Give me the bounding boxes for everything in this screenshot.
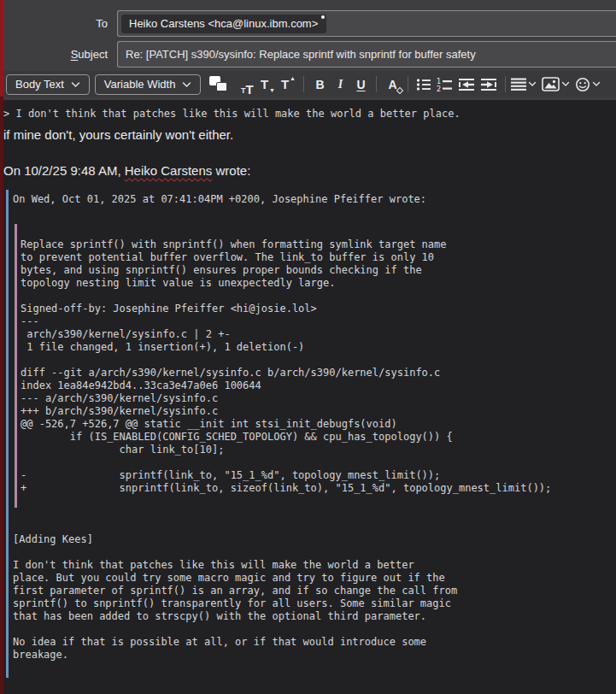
font-select[interactable]: Variable Width (95, 74, 202, 95)
chevron-down-icon (561, 81, 570, 87)
compose-header: To Heiko Carstens <hca@linux.ibm.com> Su… (0, 0, 616, 100)
attribution-line: On 10/2/25 9:48 AM, Heiko Carstens wrote… (3, 162, 611, 179)
compose-window: To Heiko Carstens <hca@linux.ibm.com> Su… (0, 0, 616, 694)
outdent-button[interactable] (455, 74, 478, 96)
quoted-message: On Wed, Oct 01, 2025 at 07:41:04PM +0200… (6, 190, 611, 678)
svg-text:2: 2 (437, 85, 441, 91)
to-field[interactable]: Heiko Carstens <hca@linux.ibm.com> (117, 10, 616, 37)
toolbar-separator (505, 76, 506, 92)
misspelled-word: Heiko Carstens (125, 163, 213, 178)
quote-intro: On Wed, Oct 01, 2025 at 07:41:04PM +0200… (13, 193, 611, 219)
to-row: To Heiko Carstens <hca@linux.ibm.com> (0, 0, 616, 37)
remove-formatting-button[interactable]: A (382, 74, 402, 96)
numbered-list-icon: 1 2 (437, 78, 453, 91)
chevron-down-icon (71, 81, 80, 88)
italic-button[interactable]: I (330, 74, 350, 96)
patch-text: Replace sprintf() with snprintf() when f… (21, 226, 611, 508)
subject-value: Re: [PATCH] s390/sysinfo: Replace sprint… (126, 48, 476, 61)
outdent-icon (458, 78, 475, 91)
to-label: To (0, 10, 117, 37)
recipient-chip-text: Heiko Carstens <hca@linux.ibm.com> (129, 17, 318, 30)
recipient-chip-dot (321, 15, 325, 19)
numbered-list-button[interactable]: 1 2 (434, 74, 455, 96)
image-icon (542, 77, 560, 91)
text-color-picker-icon[interactable] (209, 76, 229, 92)
bullet-list-button[interactable] (414, 74, 434, 96)
bullet-list-icon (416, 78, 431, 91)
pasted-quote-line: > I don't think that patches like this w… (3, 108, 611, 121)
subject-field[interactable]: Re: [PATCH] s390/sysinfo: Replace sprint… (117, 41, 616, 68)
chevron-down-icon (592, 81, 601, 87)
subject-row: Subject Re: [PATCH] s390/sysinfo: Replac… (0, 37, 616, 68)
paragraph-format-select[interactable]: Body Text (6, 74, 90, 95)
chevron-down-icon (528, 81, 537, 87)
message-body-editor[interactable]: > I don't think that patches like this w… (0, 100, 616, 694)
smiley-icon (575, 77, 590, 92)
indent-button[interactable] (478, 74, 500, 96)
indent-icon (480, 78, 497, 91)
foreground-color-swatch (216, 82, 227, 91)
recipient-chip[interactable]: Heiko Carstens <hca@linux.ibm.com> (121, 15, 326, 33)
bold-button[interactable]: B (309, 74, 330, 96)
toolbar-separator (408, 76, 408, 92)
toolbar-separator (376, 76, 377, 92)
quote-reply-text: [Adding Kees] I don't think that patches… (13, 508, 611, 674)
insert-image-dropdown[interactable] (542, 77, 570, 91)
toolbar-separator (303, 76, 304, 92)
insert-smiley-dropdown[interactable] (575, 77, 601, 92)
underline-button[interactable]: U (350, 74, 371, 96)
eraser-icon (396, 86, 403, 93)
increase-font-size-button[interactable]: T▲ (278, 74, 298, 96)
font-size-button[interactable]: TT (237, 74, 257, 96)
subject-label: Subject (0, 41, 117, 68)
chevron-down-icon (182, 81, 191, 88)
align-justify-icon (511, 78, 526, 91)
decrease-font-size-button[interactable]: T▼ (257, 74, 278, 96)
reply-line: if mine don't, yours certainly won't eit… (3, 126, 611, 144)
window-accent-strip (0, 0, 3, 694)
nested-quoted-patch: Replace sprintf() with snprintf() when f… (15, 224, 611, 508)
alignment-dropdown[interactable] (511, 78, 537, 91)
formatting-toolbar: Body Text Variable Width TT T▼ (0, 71, 616, 97)
